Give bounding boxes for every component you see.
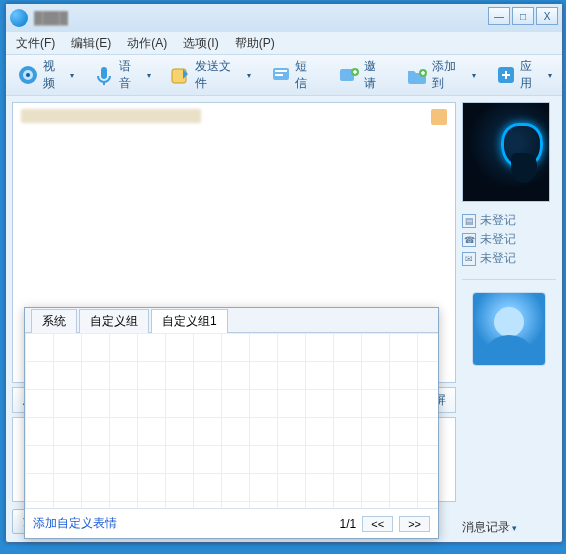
- message-history-label: 消息记录: [462, 519, 510, 536]
- tab-custom-group[interactable]: 自定义组: [79, 309, 149, 333]
- menubar: 文件(F) 编辑(E) 动作(A) 选项(I) 帮助(P): [6, 32, 562, 54]
- invite-button[interactable]: 邀请: [333, 56, 391, 94]
- register-item: ☎ 未登记: [462, 231, 556, 248]
- video-label: 视频: [43, 58, 67, 92]
- emoticon-popup: 系统 自定义组 自定义组1 添加自定义表情 1/1 << >>: [24, 307, 439, 539]
- next-page-button[interactable]: >>: [399, 516, 430, 532]
- svg-point-2: [26, 73, 30, 77]
- sendfile-label: 发送文件: [195, 58, 242, 92]
- register-label: 未登记: [480, 231, 516, 248]
- voice-button[interactable]: 语音 ▾: [88, 56, 154, 94]
- svg-rect-3: [101, 67, 107, 79]
- video-button[interactable]: 视频 ▾: [12, 56, 78, 94]
- invite-icon: [337, 63, 361, 87]
- add-custom-emoticon-link[interactable]: 添加自定义表情: [33, 515, 117, 532]
- phone-icon: ☎: [462, 233, 476, 247]
- emoticon-grid[interactable]: [25, 332, 438, 508]
- addto-label: 添加到: [432, 58, 468, 92]
- invite-label: 邀请: [364, 58, 388, 92]
- register-list: ▤ 未登记 ☎ 未登记 ✉ 未登记: [462, 212, 556, 267]
- toolbar: 视频 ▾ 语音 ▾ 发送文件 ▾ 短信 邀请: [6, 54, 562, 96]
- folder-add-icon: [405, 63, 429, 87]
- pager: 1/1 << >>: [340, 516, 430, 532]
- app-icon: [494, 63, 518, 87]
- chevron-down-icon: ▾: [472, 71, 476, 80]
- chevron-down-icon: ▾: [548, 71, 552, 80]
- addto-button[interactable]: 添加到 ▾: [401, 56, 479, 94]
- tab-system[interactable]: 系统: [31, 309, 77, 333]
- register-item: ▤ 未登记: [462, 212, 556, 229]
- minimize-button[interactable]: —: [488, 7, 510, 25]
- register-item: ✉ 未登记: [462, 250, 556, 267]
- menu-option[interactable]: 选项(I): [179, 33, 222, 54]
- self-avatar[interactable]: [472, 292, 546, 366]
- chevron-down-icon: ▾: [70, 71, 74, 80]
- divider: [462, 279, 556, 280]
- camera-icon: [16, 63, 40, 87]
- menu-action[interactable]: 动作(A): [123, 33, 171, 54]
- chevron-down-icon: ▾: [247, 71, 251, 80]
- sendfile-button[interactable]: 发送文件 ▾: [165, 56, 255, 94]
- sms-button[interactable]: 短信: [265, 56, 323, 94]
- message-redacted: [21, 109, 201, 123]
- window-buttons: — □ X: [488, 7, 558, 25]
- svg-rect-8: [275, 74, 283, 76]
- sms-icon: [269, 63, 293, 87]
- tab-custom-group1[interactable]: 自定义组1: [151, 309, 228, 333]
- register-label: 未登记: [480, 212, 516, 229]
- register-label: 未登记: [480, 250, 516, 267]
- maximize-button[interactable]: □: [512, 7, 534, 25]
- titlebar: ████ — □ X: [6, 4, 562, 32]
- contact-avatar[interactable]: [462, 102, 550, 202]
- svg-rect-7: [275, 70, 287, 72]
- window-title: ████: [34, 11, 68, 25]
- sms-label: 短信: [295, 58, 319, 92]
- menu-edit[interactable]: 编辑(E): [67, 33, 115, 54]
- emoticon-tabs: 系统 自定义组 自定义组1: [25, 308, 438, 332]
- app-button[interactable]: 应用 ▾: [490, 56, 556, 94]
- close-button[interactable]: X: [536, 7, 558, 25]
- emoticon-footer: 添加自定义表情 1/1 << >>: [25, 508, 438, 538]
- voice-label: 语音: [119, 58, 143, 92]
- message-history-link[interactable]: 消息记录 ▾: [462, 519, 556, 536]
- card-icon: ▤: [462, 214, 476, 228]
- prev-page-button[interactable]: <<: [362, 516, 393, 532]
- microphone-icon: [92, 63, 116, 87]
- mail-icon: ✉: [462, 252, 476, 266]
- right-pane: ▤ 未登记 ☎ 未登记 ✉ 未登记 消息记录 ▾: [462, 96, 562, 542]
- menu-file[interactable]: 文件(F): [12, 33, 59, 54]
- chevron-down-icon: ▾: [512, 523, 517, 533]
- file-send-icon: [169, 63, 193, 87]
- page-indicator: 1/1: [340, 517, 357, 531]
- chevron-down-icon: ▾: [147, 71, 151, 80]
- app-logo-icon: [10, 9, 28, 27]
- app-label: 应用: [520, 58, 544, 92]
- menu-help[interactable]: 帮助(P): [231, 33, 279, 54]
- status-icon: [431, 109, 447, 125]
